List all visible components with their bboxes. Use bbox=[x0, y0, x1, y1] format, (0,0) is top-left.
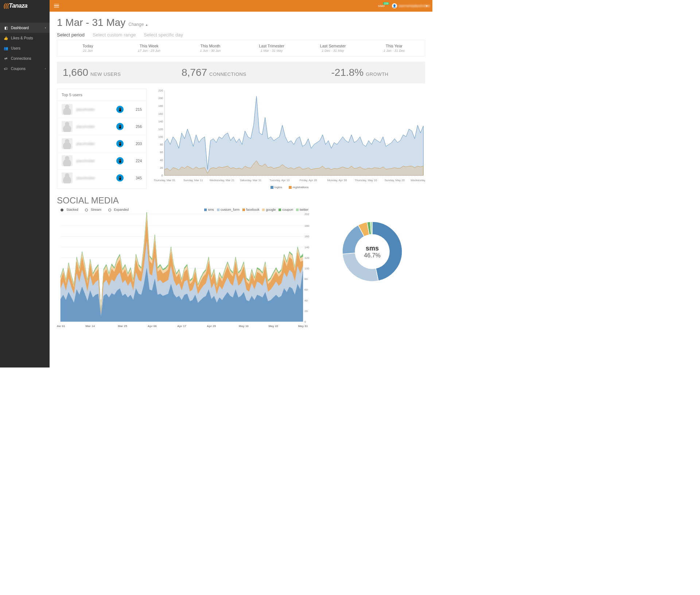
svg-text:Wednesday, Mar 21: Wednesday, Mar 21 bbox=[210, 179, 234, 182]
svg-text:160: 160 bbox=[158, 112, 163, 115]
top5-row[interactable]: placeholder📱345 bbox=[57, 170, 146, 186]
section-title-social: SOCIAL MEDIA bbox=[57, 195, 425, 206]
user-avatar-icon bbox=[62, 172, 73, 183]
svg-text:80: 80 bbox=[304, 277, 308, 281]
svg-text:40: 40 bbox=[160, 159, 163, 162]
svg-text:Thursday, May 10: Thursday, May 10 bbox=[355, 179, 377, 182]
radio-stacked-icon bbox=[61, 209, 63, 211]
stat-growth: -21.8% GROWTH bbox=[300, 67, 419, 78]
period-last-trimester[interactable]: Last Trimester1 Mar - 31 May bbox=[241, 40, 302, 56]
content: 1 Mar - 31 May Change ▲ Select periodSel… bbox=[50, 12, 432, 368]
change-period-link[interactable]: Change ▲ bbox=[128, 22, 148, 27]
svg-text:May 10: May 10 bbox=[239, 324, 249, 328]
legend-registrations: registrations bbox=[289, 186, 309, 189]
user-avatar-icon bbox=[62, 155, 73, 166]
sidebar: (((Tanaza ◧Dashboard‹👍Likes & Posts👥User… bbox=[0, 0, 50, 368]
svg-text:200: 200 bbox=[158, 97, 163, 100]
legend-coupon: coupon bbox=[279, 208, 293, 211]
svg-text:Thursday, Mar 01: Thursday, Mar 01 bbox=[154, 179, 175, 182]
svg-text:Friday, Apr 20: Friday, Apr 20 bbox=[300, 179, 317, 182]
top5-row[interactable]: placeholder📱256 bbox=[57, 118, 146, 135]
sidebar-item-dashboard[interactable]: ◧Dashboard‹ bbox=[0, 23, 50, 33]
period-this-year[interactable]: This Year1 Jan - 31 Dec bbox=[363, 40, 425, 56]
radio-stream-icon bbox=[85, 209, 88, 211]
svg-text:20: 20 bbox=[304, 310, 308, 313]
legend-logins: logins bbox=[271, 186, 282, 189]
sidebar-item-connections[interactable]: ⇄Connections bbox=[0, 53, 50, 63]
svg-text:Sunday, Mar 11: Sunday, Mar 11 bbox=[183, 179, 203, 182]
chart-logins-registrations: 020406080100120140160180200220Thursday, … bbox=[154, 89, 425, 189]
chevron-left-icon: ‹ bbox=[45, 26, 46, 30]
ssid-badge[interactable]: SSID 226 bbox=[378, 4, 387, 8]
chart-social-donut: sms 46.7% bbox=[319, 208, 425, 330]
svg-text:80: 80 bbox=[160, 143, 163, 146]
legend-sms: sms bbox=[204, 208, 214, 211]
page-title: 1 Mar - 31 May bbox=[57, 17, 125, 28]
device-mobile-icon: 📱 bbox=[116, 174, 124, 182]
main: SSID 226 👤 usernameplaceholder ▼ 1 Mar -… bbox=[50, 0, 432, 368]
svg-text:May 22: May 22 bbox=[268, 324, 278, 328]
dashboard-icon: ◧ bbox=[4, 26, 8, 30]
svg-text:60: 60 bbox=[304, 288, 308, 291]
period-this-month[interactable]: This Month1 Jun - 30 Jun bbox=[180, 40, 241, 56]
period-today[interactable]: Today21 Jun bbox=[57, 40, 118, 56]
svg-text:180: 180 bbox=[158, 104, 163, 108]
nav: ◧Dashboard‹👍Likes & Posts👥Users⇄Connecti… bbox=[0, 23, 50, 74]
svg-text:Apr 29: Apr 29 bbox=[207, 324, 216, 328]
tab-select-period[interactable]: Select period bbox=[57, 32, 85, 38]
tab-select-specific-day[interactable]: Select specific day bbox=[144, 32, 183, 38]
top5-users-card: Top 5 users placeholder📱215placeholder📱2… bbox=[57, 89, 147, 189]
top5-row[interactable]: placeholder📱203 bbox=[57, 135, 146, 152]
top5-row[interactable]: placeholder📱215 bbox=[57, 101, 146, 118]
connections-icon: ⇄ bbox=[4, 56, 8, 61]
device-mobile-icon: 📱 bbox=[116, 140, 124, 147]
sidebar-item-coupons[interactable]: 🏷Coupons‹ bbox=[0, 63, 50, 74]
svg-text:100: 100 bbox=[304, 267, 310, 270]
chart-mode-toggle[interactable]: Stacked Stream Expanded bbox=[61, 208, 135, 211]
svg-text:20: 20 bbox=[160, 166, 163, 170]
svg-text:0: 0 bbox=[162, 174, 163, 177]
sidebar-item-users[interactable]: 👥Users bbox=[0, 43, 50, 53]
svg-text:May 31: May 31 bbox=[298, 324, 308, 328]
svg-text:Mar 25: Mar 25 bbox=[118, 324, 127, 328]
svg-text:160: 160 bbox=[304, 235, 310, 238]
stat-new-users: 1,660 NEW USERS bbox=[63, 67, 182, 78]
user-avatar-icon bbox=[62, 104, 73, 115]
tab-select-custom-range[interactable]: Select custom range bbox=[93, 32, 136, 38]
sidebar-item-likes-posts[interactable]: 👍Likes & Posts bbox=[0, 33, 50, 43]
radio-expanded-icon bbox=[108, 209, 111, 211]
period-last-semester[interactable]: Last Semester1 Dec - 31 May bbox=[302, 40, 363, 56]
top5-row[interactable]: placeholder📱224 bbox=[57, 152, 146, 170]
user-avatar-icon: 👤 bbox=[392, 3, 397, 8]
legend-custom_form: custom_form bbox=[217, 208, 240, 211]
thumbs-up-icon: 👍 bbox=[4, 36, 8, 40]
period-tabs: Select periodSelect custom rangeSelect s… bbox=[57, 32, 425, 38]
device-mobile-icon: 📱 bbox=[116, 106, 124, 113]
svg-text:40: 40 bbox=[304, 299, 308, 302]
menu-toggle-icon[interactable] bbox=[54, 3, 59, 8]
user-avatar-icon bbox=[62, 121, 73, 132]
user-menu[interactable]: 👤 usernameplaceholder ▼ bbox=[392, 3, 428, 8]
legend-google: google bbox=[262, 208, 276, 211]
chevron-left-icon: ‹ bbox=[45, 67, 46, 70]
stat-connections: 8,767 CONNECTIONS bbox=[182, 67, 300, 78]
svg-text:Tuesday, Apr 10: Tuesday, Apr 10 bbox=[269, 179, 290, 182]
svg-text:120: 120 bbox=[158, 128, 163, 131]
user-avatar-icon bbox=[62, 138, 73, 149]
brand: (((Tanaza bbox=[0, 0, 50, 12]
brand-logo: (((Tanaza bbox=[4, 3, 27, 9]
svg-text:Mar 14: Mar 14 bbox=[86, 324, 95, 328]
legend-twitter: twitter bbox=[296, 208, 308, 211]
svg-text:60: 60 bbox=[160, 151, 163, 154]
tag-icon: 🏷 bbox=[4, 66, 8, 71]
stats-bar: 1,660 NEW USERS 8,767 CONNECTIONS -21.8%… bbox=[57, 62, 425, 83]
svg-text:Saturday, Mar 31: Saturday, Mar 31 bbox=[240, 179, 261, 182]
period-this-week[interactable]: This Week17 Jun - 23 Jun bbox=[118, 40, 180, 56]
svg-text:Apr 06: Apr 06 bbox=[148, 324, 157, 328]
svg-text:140: 140 bbox=[158, 120, 163, 123]
users-icon: 👥 bbox=[4, 46, 8, 50]
svg-text:Mar 01: Mar 01 bbox=[57, 324, 65, 328]
svg-text:220: 220 bbox=[158, 89, 163, 92]
svg-text:120: 120 bbox=[304, 256, 310, 260]
svg-text:140: 140 bbox=[304, 246, 310, 249]
